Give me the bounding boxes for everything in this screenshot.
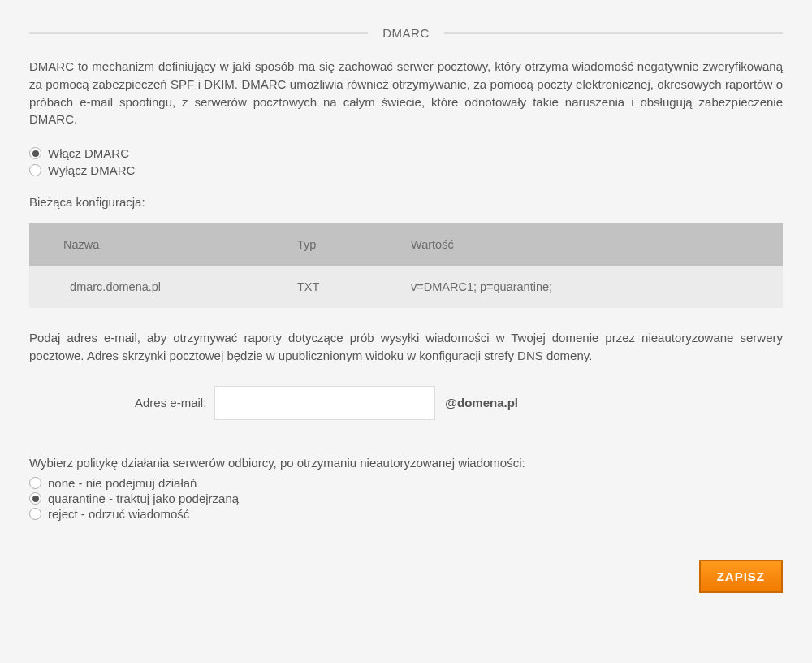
policy-heading: Wybierz politykę działania serwerów odbi… xyxy=(29,454,783,472)
email-input[interactable] xyxy=(214,386,435,420)
section-divider: DMARC xyxy=(29,26,783,40)
radio-icon xyxy=(29,492,41,505)
email-label: Adres e-mail: xyxy=(135,396,206,410)
policy-none-label: none - nie podejmuj działań xyxy=(48,476,197,490)
section-title: DMARC xyxy=(368,26,444,40)
col-type: Typ xyxy=(297,223,411,266)
policy-quarantine-radio[interactable]: quarantine - traktuj jako podejrzaną xyxy=(29,492,783,505)
policy-group: none - nie podejmuj działań quarantine -… xyxy=(29,476,783,521)
cell-type: TXT xyxy=(297,266,411,308)
radio-icon xyxy=(29,147,41,159)
radio-icon xyxy=(29,477,41,489)
table-header-row: Nazwa Typ Wartość xyxy=(29,223,783,266)
cell-value: v=DMARC1; p=quarantine; xyxy=(411,266,783,308)
cell-name: _dmarc.domena.pl xyxy=(29,266,297,308)
config-heading: Bieżąca konfiguracja: xyxy=(29,195,783,209)
save-button[interactable]: ZAPISZ xyxy=(699,560,783,593)
enable-dmarc-radio[interactable]: Włącz DMARC xyxy=(29,146,783,160)
dmarc-description: DMARC to mechanizm definiujący w jaki sp… xyxy=(29,58,783,128)
col-value: Wartość xyxy=(411,223,783,266)
disable-dmarc-label: Wyłącz DMARC xyxy=(48,163,135,177)
email-suffix: @domena.pl xyxy=(445,396,518,410)
disable-dmarc-radio[interactable]: Wyłącz DMARC xyxy=(29,163,783,177)
divider-line-left xyxy=(29,32,368,34)
policy-reject-radio[interactable]: reject - odrzuć wiadomość xyxy=(29,507,783,521)
table-row: _dmarc.domena.pl TXT v=DMARC1; p=quarant… xyxy=(29,266,783,308)
enable-dmarc-label: Włącz DMARC xyxy=(48,146,129,160)
email-row: Adres e-mail: @domena.pl xyxy=(29,386,783,420)
button-row: ZAPISZ xyxy=(29,560,783,593)
dmarc-toggle-group: Włącz DMARC Wyłącz DMARC xyxy=(29,146,783,177)
col-name: Nazwa xyxy=(29,223,297,266)
radio-icon xyxy=(29,508,41,520)
config-table: Nazwa Typ Wartość _dmarc.domena.pl TXT v… xyxy=(29,223,783,308)
radio-icon xyxy=(29,164,41,176)
policy-quarantine-label: quarantine - traktuj jako podejrzaną xyxy=(48,492,239,505)
policy-reject-label: reject - odrzuć wiadomość xyxy=(48,507,189,521)
divider-line-right xyxy=(444,32,783,34)
policy-none-radio[interactable]: none - nie podejmuj działań xyxy=(29,476,783,490)
email-description: Podaj adres e-mail, aby otrzymywać rapor… xyxy=(29,329,783,365)
